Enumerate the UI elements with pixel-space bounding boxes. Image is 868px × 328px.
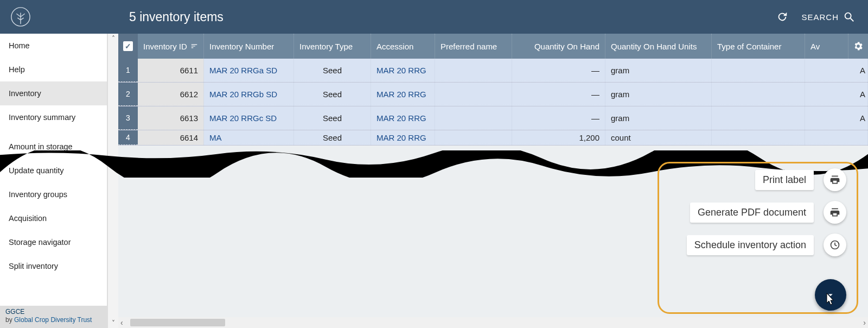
- cell-name: [435, 106, 512, 130]
- content-area: ✓ Inventory ID Inventory Number Inventor…: [118, 34, 868, 328]
- col-quantity-on-hand[interactable]: Quantity On Hand: [512, 34, 605, 59]
- cell-av: A: [805, 106, 868, 130]
- chevron-up-icon[interactable]: ˄: [108, 34, 118, 43]
- fab-main-button[interactable]: [815, 279, 846, 311]
- sidebar-scrollbar[interactable]: ˄ ˅: [107, 34, 118, 328]
- col-preferred-name[interactable]: Preferred name: [435, 34, 512, 59]
- fab-label: Print label: [755, 170, 814, 190]
- cell-av: A: [805, 83, 868, 106]
- sidebar-item-acquisition[interactable]: Acquisition: [0, 206, 107, 230]
- cell-inventory-number[interactable]: MA: [204, 130, 294, 145]
- svg-line-5: [21, 18, 24, 20]
- cell-units: gram: [605, 83, 712, 106]
- cell-type: Seed: [294, 59, 371, 82]
- cell-type: Seed: [294, 83, 371, 106]
- cell-accession[interactable]: MAR 20 RRG: [371, 59, 435, 82]
- sidebar-item-home[interactable]: Home: [0, 34, 107, 58]
- search-label: SEARCH: [801, 12, 839, 22]
- sidebar-item-amount-in-storage[interactable]: Amount in storage: [0, 135, 107, 159]
- col-quantity-units[interactable]: Quantity On Hand Units: [605, 34, 712, 59]
- fab-label: Generate PDF document: [690, 203, 814, 223]
- cell-av: A: [805, 59, 868, 82]
- sidebar-item-help[interactable]: Help: [0, 58, 107, 81]
- cell-container: [712, 59, 805, 82]
- row-number: 1: [118, 59, 138, 82]
- cell-inventory-number[interactable]: MAR 20 RRGc SD: [204, 106, 294, 130]
- sidebar-item-inventory-groups[interactable]: Inventory groups: [0, 182, 107, 206]
- cell-id: 6612: [138, 83, 204, 106]
- cell-name: [435, 59, 512, 82]
- cell-qty: —: [512, 59, 605, 82]
- cell-name: [435, 130, 512, 145]
- svg-line-2: [16, 14, 21, 17]
- table-settings-button[interactable]: [848, 34, 868, 59]
- footer-org-link[interactable]: Global Crop Diversity Trust: [14, 316, 92, 324]
- sidebar-footer: GGCE by Global Crop Diversity Trust: [0, 306, 107, 328]
- page-title: 5 inventory items: [129, 10, 224, 24]
- sidebar-item-inventory-summary[interactable]: Inventory summary: [0, 105, 107, 129]
- cell-id: 6611: [138, 59, 204, 82]
- col-accession[interactable]: Accession: [371, 34, 435, 59]
- fab-label: Schedule inventory action: [687, 235, 814, 255]
- chevron-left-icon[interactable]: ‹: [120, 318, 123, 327]
- scrollbar-thumb[interactable]: [130, 319, 225, 326]
- cell-inventory-number[interactable]: MAR 20 RRGb SD: [204, 83, 294, 106]
- chevron-down-icon: [826, 290, 835, 300]
- table-row[interactable]: 2 6612 MAR 20 RRGb SD Seed MAR 20 RRG — …: [118, 83, 868, 106]
- cell-container: [712, 106, 805, 130]
- cell-accession[interactable]: MAR 20 RRG: [371, 130, 435, 145]
- cell-id: 6614: [138, 130, 204, 145]
- sidebar-item-split-inventory[interactable]: Split inventory: [0, 254, 107, 278]
- print-icon: [824, 168, 846, 191]
- cell-type: Seed: [294, 106, 371, 130]
- fab-schedule-action[interactable]: Schedule inventory action: [687, 234, 846, 256]
- print-icon: [824, 201, 846, 224]
- sidebar-item-storage-navigator[interactable]: Storage navigator: [0, 230, 107, 254]
- cell-units: gram: [605, 59, 712, 82]
- sidebar: Home Help Inventory Inventory summary Am…: [0, 34, 107, 328]
- horizontal-scrollbar[interactable]: ‹ ›: [118, 317, 868, 328]
- table-header: ✓ Inventory ID Inventory Number Inventor…: [118, 34, 868, 59]
- cell-qty: —: [512, 83, 605, 106]
- row-number: 2: [118, 83, 138, 106]
- cell-container: [712, 130, 805, 145]
- table-body: 1 6611 MAR 20 RRGa SD Seed MAR 20 RRG — …: [118, 59, 868, 146]
- chevron-right-icon[interactable]: ›: [863, 318, 866, 327]
- cell-accession[interactable]: MAR 20 RRG: [371, 83, 435, 106]
- row-number: 3: [118, 106, 138, 130]
- checkmark-icon: ✓: [123, 41, 133, 51]
- refresh-button[interactable]: [776, 11, 788, 23]
- svg-point-6: [845, 13, 851, 19]
- col-container-type[interactable]: Type of Container: [712, 34, 805, 59]
- svg-line-3: [21, 14, 25, 17]
- cell-container: [712, 83, 805, 106]
- sidebar-item-inventory[interactable]: Inventory: [0, 81, 107, 105]
- select-all-checkbox[interactable]: ✓: [118, 34, 138, 59]
- app-header: 5 inventory items SEARCH: [0, 0, 868, 34]
- search-button[interactable]: SEARCH: [801, 11, 855, 23]
- table-row[interactable]: 1 6611 MAR 20 RRGa SD Seed MAR 20 RRG — …: [118, 59, 868, 83]
- col-inventory-id[interactable]: Inventory ID: [138, 34, 204, 59]
- search-icon: [843, 11, 855, 23]
- table-row[interactable]: 4 6614 MA Seed MAR 20 RRG 1,200 count: [118, 130, 868, 146]
- footer-by: by: [5, 316, 14, 324]
- cell-accession[interactable]: MAR 20 RRG: [371, 106, 435, 130]
- tree-icon: [10, 7, 31, 27]
- app-logo: [4, 1, 37, 33]
- gear-icon: [853, 41, 864, 52]
- cell-av: [805, 130, 868, 145]
- row-number: 4: [118, 130, 138, 145]
- col-inventory-type[interactable]: Inventory Type: [294, 34, 371, 59]
- sidebar-item-update-quantity[interactable]: Update quantity: [0, 159, 107, 182]
- fab-print-label[interactable]: Print label: [755, 168, 846, 191]
- cell-units: count: [605, 130, 712, 145]
- refresh-icon: [776, 11, 788, 23]
- table-row[interactable]: 3 6613 MAR 20 RRGc SD Seed MAR 20 RRG — …: [118, 106, 868, 130]
- fab-generate-pdf[interactable]: Generate PDF document: [690, 201, 846, 224]
- cell-inventory-number[interactable]: MAR 20 RRGa SD: [204, 59, 294, 82]
- cell-type: Seed: [294, 130, 371, 145]
- col-av[interactable]: Av: [805, 34, 848, 59]
- col-inventory-number[interactable]: Inventory Number: [204, 34, 294, 59]
- chevron-down-icon[interactable]: ˅: [108, 318, 118, 328]
- clock-icon: [824, 234, 846, 256]
